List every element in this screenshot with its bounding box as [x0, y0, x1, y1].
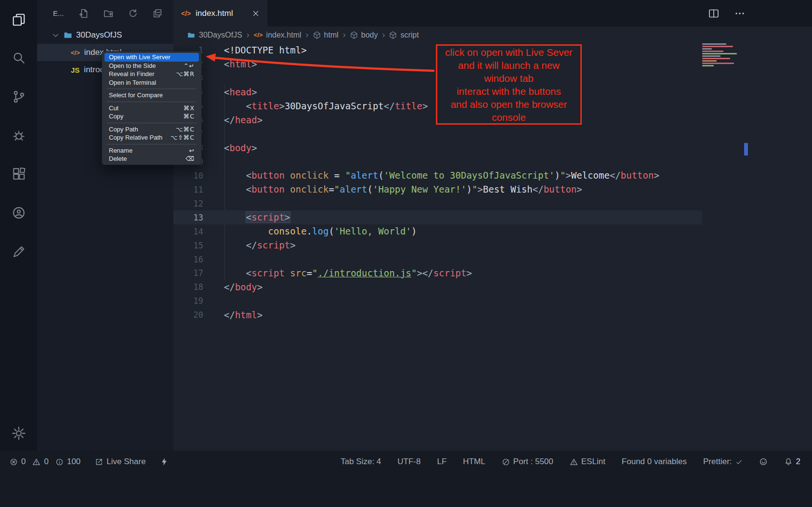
symbol-cube-icon	[350, 31, 358, 39]
code-line[interactable]: 18</body>	[173, 280, 702, 294]
new-folder-icon[interactable]	[103, 8, 114, 19]
eol-status[interactable]: LF	[437, 457, 446, 467]
lightning-status[interactable]	[160, 457, 168, 466]
explorer-header: E...	[37, 0, 173, 26]
errors-status[interactable]: 0	[10, 457, 26, 467]
collapse-all-icon[interactable]	[152, 8, 163, 19]
more-actions-icon[interactable]	[734, 8, 746, 19]
code-line[interactable]: 19	[173, 294, 702, 308]
context-menu: Open with Live Server Open to the Side⌃↵…	[102, 51, 202, 165]
menu-item-reveal-in-finder[interactable]: Reveal in Finder⌥⌘R	[105, 70, 199, 78]
language-status[interactable]: HTML	[463, 457, 485, 467]
js-file-icon: JS	[71, 66, 79, 74]
tab-bar: </> index.html	[173, 0, 812, 26]
code-line[interactable]: 8<body>	[173, 141, 702, 155]
error-icon	[10, 458, 18, 466]
lightning-icon	[160, 457, 168, 466]
menu-item-open-to-the-side[interactable]: Open to the Side⌃↵	[105, 62, 199, 70]
breadcrumb-separator	[301, 30, 313, 40]
live-share-status[interactable]: Live Share	[95, 457, 145, 467]
menu-separator	[107, 123, 196, 123]
breadcrumb: 30DaysOfJS </> index.html html body scri…	[173, 26, 812, 43]
menu-separator	[107, 89, 196, 89]
code-line[interactable]: 15 </script>	[173, 238, 702, 252]
code-line[interactable]: 12	[173, 196, 702, 210]
search-icon[interactable]	[11, 50, 27, 66]
tab-size-status[interactable]: Tab Size: 4	[341, 457, 381, 467]
menu-item-copy-path[interactable]: Copy Path⌥⌘C	[105, 125, 199, 134]
code-line[interactable]: 9	[173, 155, 702, 169]
settings-gear-icon[interactable]	[11, 425, 27, 442]
tab-index-html[interactable]: </> index.html	[173, 0, 268, 26]
tree-root-folder[interactable]: 30DaysOfJS	[37, 26, 173, 44]
menu-item-open-with-live-server[interactable]: Open with Live Server	[105, 53, 199, 62]
menu-item-cut[interactable]: Cut⌘X	[105, 104, 199, 113]
menu-item-delete[interactable]: Delete⌫	[105, 155, 199, 163]
bell-icon	[784, 457, 793, 466]
vscode-window: E... 30DaysOfJS </>	[0, 0, 812, 507]
code-line[interactable]: 11 <button onclick="alert('Happy New Yea…	[173, 182, 702, 196]
root-folder-label: 30DaysOfJS	[76, 30, 122, 40]
new-file-icon[interactable]	[79, 8, 89, 19]
menu-item-open-in-terminal[interactable]: Open in Terminal	[105, 78, 199, 87]
explorer-icon[interactable]	[11, 12, 27, 28]
overview-ruler-marker	[744, 143, 748, 156]
code-line[interactable]: 7	[173, 127, 702, 141]
folder-icon	[63, 30, 73, 40]
edit-pen-icon[interactable]	[11, 244, 27, 260]
breadcrumb-separator	[242, 30, 254, 40]
code-line[interactable]: 10 <button onclick = "alert('Welcome to …	[173, 169, 702, 182]
symbol-cube-icon	[313, 31, 321, 39]
breadcrumb-separator	[339, 30, 350, 40]
editor-actions	[708, 0, 812, 26]
html-file-icon: </>	[71, 49, 80, 56]
warning-triangle-icon	[570, 458, 578, 466]
check-icon	[735, 458, 743, 466]
tab-label: index.html	[196, 9, 233, 18]
folder-icon	[187, 31, 196, 39]
menu-item-copy-relative-path[interactable]: Copy Relative Path⌥⇧⌘C	[105, 133, 199, 142]
breadcrumb-folder[interactable]: 30DaysOfJS	[187, 31, 242, 39]
refresh-icon[interactable]	[128, 8, 138, 19]
explorer-title: E...	[53, 9, 64, 17]
prettier-status[interactable]: Prettier:	[703, 457, 743, 467]
menu-item-copy[interactable]: Copy⌘C	[105, 112, 199, 121]
menu-item-rename[interactable]: Rename↩	[105, 146, 199, 155]
encoding-status[interactable]: UTF-8	[397, 457, 420, 467]
notifications-status[interactable]: 2	[784, 457, 800, 467]
activity-bar	[0, 0, 37, 451]
minimap[interactable]	[702, 43, 742, 67]
source-control-icon[interactable]	[11, 89, 27, 105]
extensions-icon[interactable]	[11, 166, 27, 182]
warning-icon	[32, 458, 40, 466]
code-line[interactable]: 16	[173, 252, 702, 266]
split-editor-icon[interactable]	[708, 8, 720, 19]
breadcrumb-file[interactable]: </> index.html	[254, 31, 301, 39]
annotation-box: click on open with Live Sever and it wil…	[436, 44, 582, 125]
run-debug-icon[interactable]	[11, 128, 27, 144]
feedback-status[interactable]	[759, 457, 768, 466]
code-line[interactable]: 14 console.log('Hello, World')	[173, 224, 702, 238]
breadcrumb-html[interactable]: html	[313, 31, 339, 39]
chevron-down-icon	[52, 31, 60, 39]
live-share-icon	[95, 458, 103, 466]
account-icon[interactable]	[11, 205, 27, 221]
status-bar: 0 0 100 Live Share Tab	[0, 451, 812, 507]
menu-separator	[107, 144, 196, 144]
info-status[interactable]: 100	[55, 457, 80, 467]
menu-item-select-for-compare[interactable]: Select for Compare	[105, 91, 199, 100]
html-file-icon: </>	[254, 31, 263, 39]
code-line[interactable]: 13 <script>	[173, 210, 702, 224]
eslint-status[interactable]: ESLint	[570, 457, 605, 467]
warnings-status[interactable]: 0	[32, 457, 48, 467]
variables-status[interactable]: Found 0 variables	[622, 457, 687, 467]
breadcrumb-separator	[378, 30, 389, 40]
tab-close-icon[interactable]	[251, 9, 260, 18]
port-status[interactable]: Port : 5500	[502, 457, 553, 467]
circle-slash-icon	[502, 458, 510, 466]
breadcrumb-script[interactable]: script	[389, 31, 419, 39]
code-line[interactable]: 17 <script src="./introduction.js"></scr…	[173, 266, 702, 280]
code-line[interactable]: 20</html>	[173, 308, 702, 322]
breadcrumb-body[interactable]: body	[350, 31, 378, 39]
info-icon	[55, 458, 64, 466]
